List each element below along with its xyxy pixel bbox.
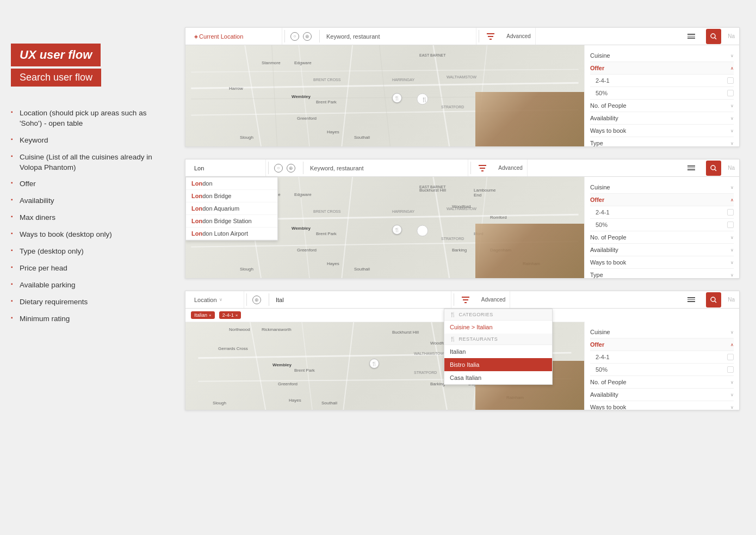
map2-stratford: STRATFORD [441,237,464,241]
map2-brentcross: BRENT CROSS [313,210,340,213]
fork-icon-2: 🍴 [450,336,456,342]
sidebar3-avail[interactable]: Availability ∨ [590,389,734,401]
map-area-1: 🍴 Stanmore Edgware Harrow Wembley Brent … [185,45,584,146]
keyword-segment-1[interactable]: Keyword, restaurant [322,28,476,45]
sidebar2-50pct-chk[interactable] [727,222,734,228]
autocomplete-item-3[interactable]: London Bridge Station [186,215,277,227]
sidebar-row-availability[interactable]: Availability ∨ [590,112,734,125]
keyword-segment-2[interactable]: Keyword, restaurant [306,159,468,176]
sidebar2-offer[interactable]: Offer ∧ [590,194,734,206]
bullet-item-9: Available parking [11,280,163,291]
filter-icon-2[interactable] [479,165,486,171]
50pct-checkbox[interactable] [727,90,734,96]
sidebar3-book[interactable]: Ways to book ∨ [590,401,734,410]
sidebar2-type[interactable]: Type ∨ [590,269,734,279]
hamburger-icon-1[interactable] [687,34,695,39]
advanced-segment-2[interactable]: Advanced [494,159,527,176]
search-button-1[interactable] [706,29,721,44]
svg-point-0 [711,34,715,38]
50pct-label: 50% [596,90,608,96]
sidebar2-50pct[interactable]: 50% [590,219,734,231]
hamburger-icon-2[interactable] [687,165,695,170]
map-label-eastbarnet: EAST BARNET [419,53,446,57]
keyword-segment-3[interactable]: Ital [271,291,451,308]
cuisine-italian-item[interactable]: Cuisine > Italian [444,321,552,334]
map3-brentpark: Brent Park [294,368,315,373]
sidebar3-50pct[interactable]: 50% [590,364,734,376]
location-segment-1[interactable]: ◈ Current Location [190,28,282,45]
map2-barking: Barking [452,248,467,253]
tag-italian-close[interactable]: × [209,313,212,318]
sidebar2-avail[interactable]: Availability ∨ [590,244,734,256]
hamburger-icon-3[interactable] [687,297,695,302]
sidebar2-cuisine[interactable]: Cuisine ∨ [590,181,734,194]
location-segment-2[interactable]: Lon [190,159,266,176]
type-chevron: ∨ [730,141,734,146]
search-button-3[interactable] [706,292,721,308]
divider-8 [269,293,269,306]
bullet-list: Location (should pick up areas such as '… [11,108,163,324]
autocomplete-item-0[interactable]: London [186,177,277,190]
autocomplete-dropdown: London London Bridge London Aquarium Lon… [185,177,278,241]
restaurant-casa[interactable]: Casa Italian [444,371,552,384]
advanced-segment-1[interactable]: Advanced [502,28,535,45]
sidebar3-offer[interactable]: Offer ∧ [590,339,734,351]
filter-icon-3[interactable] [462,297,469,303]
svg-line-4 [342,45,352,146]
screenshot-3: Location ∨ ⊕ Ital Advanced [185,291,740,410]
241-checkbox[interactable] [727,77,734,84]
screenshot-2: Lon ○ ⊕ Keyword, restaurant Advanced [185,159,740,279]
map-label-walthamstow: WALTHAMSTOW [447,75,476,79]
sidebar-row-type[interactable]: Type ∨ [590,137,734,147]
sidebar3-cuisine[interactable]: Cuisine ∨ [590,326,734,339]
restaurant-bistro[interactable]: Bistro Italia [444,358,552,371]
bullet-item-8: Price per head [11,263,163,274]
sidebar3-50pct-chk[interactable] [727,366,734,373]
divider-4 [268,162,269,174]
bullet-item-7: Type (desktop only) [11,247,163,257]
gps-icon-2: ⊕ [287,164,295,173]
map2-hayes: Hayes [327,261,339,266]
sidebar-row-50pct[interactable]: 50% [590,87,734,100]
sidebar2-241-chk[interactable] [727,209,734,216]
autocomplete-item-4[interactable]: London Luton Airport [186,227,277,240]
restaurant-italian[interactable]: Italian [444,345,552,358]
sidebar3-241-chk[interactable] [727,354,734,360]
tag-241-close[interactable]: × [236,313,238,318]
advanced-segment-3[interactable]: Advanced [477,291,510,308]
divider-5 [303,162,303,174]
cuisine-label: Cuisine [590,52,610,59]
location-segment-3[interactable]: Location ∨ [190,291,244,308]
sidebar-row-241[interactable]: 2-4-1 [590,75,734,87]
sidebar3-241[interactable]: 2-4-1 [590,351,734,364]
current-location-text: Current Location [199,33,243,40]
svg-line-26 [715,301,716,303]
sidebar-row-offer[interactable]: Offer ∧ [590,62,734,75]
type-label: Type [590,140,603,146]
autocomplete-item-1[interactable]: London Bridge [186,190,277,202]
map-label-southall: Southall [354,135,370,140]
location-icon-2: ○ [274,164,283,173]
sidebar-row-cuisine[interactable]: Cuisine ∨ [590,50,734,62]
map-label-brentcross: BRENT CROSS [313,78,340,82]
sidebar3-people[interactable]: No. of People ∨ [590,376,734,389]
svg-point-24 [417,225,428,236]
sidebar-row-people[interactable]: No. of People ∨ [590,100,734,112]
location-arrow-icon: ◈ [194,34,198,39]
svg-point-25 [711,297,715,302]
filter-icon-1[interactable] [487,33,494,40]
map3-northwood: Northwood [229,327,250,332]
sidebar2-241[interactable]: 2-4-1 [590,206,734,219]
sidebar2-people[interactable]: No. of People ∨ [590,231,734,244]
sidebar-row-waystobook[interactable]: Ways to book ∨ [590,125,734,137]
autocomplete-item-2[interactable]: London Aquarium [186,202,277,215]
tag-241[interactable]: 2-4-1 × [219,311,241,319]
tag-italian[interactable]: Italian × [191,311,215,319]
search-button-2[interactable] [706,161,721,176]
ac-bold-1: Lon [191,193,202,199]
sidebar2-book[interactable]: Ways to book ∨ [590,256,734,269]
keyword-dropdown-3: 🍴 CATEGORIES Cuisine > Italian 🍴 RESTAUR… [444,309,553,385]
svg-line-1 [715,38,716,39]
divider-9 [454,293,454,306]
svg-line-28 [250,322,266,410]
